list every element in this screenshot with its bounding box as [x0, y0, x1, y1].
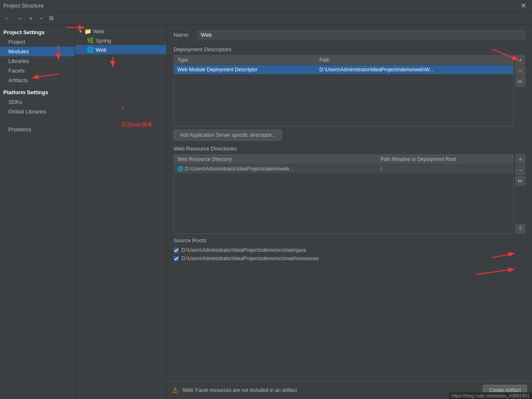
- name-label: Name:: [174, 32, 194, 38]
- spring-icon: 🌿: [87, 37, 94, 44]
- source-root-row-2: D:\Users\Administrator\IdeaProjects\demo…: [174, 254, 525, 263]
- tree-arrow-icon: ▼: [78, 29, 83, 34]
- sidebar-item-libraries[interactable]: Libraries: [0, 56, 75, 66]
- deployment-descriptors-table-container: Type Path Web Module Deployment Descript…: [174, 55, 514, 126]
- deployment-descriptors-section: Type Path Web Module Deployment Descript…: [174, 55, 525, 126]
- warning-icon: ⚠: [172, 386, 179, 395]
- platform-settings-label: Platform Settings: [0, 85, 75, 97]
- web-resource-dir-header: Web Resource Directory: [174, 155, 377, 164]
- descriptor-table-actions: + − ✏: [514, 55, 525, 126]
- title-bar: Project Structure ✕: [0, 0, 532, 12]
- sidebar-item-modules[interactable]: Modules: [0, 47, 75, 56]
- web-resource-dir: 🌐 D:\Users\Administrator\IdeaProjects\de…: [174, 164, 377, 174]
- source-roots-title: Source Roots: [174, 237, 525, 243]
- annotation-number: 3: [121, 104, 124, 110]
- source-root-path-2: D:\Users\Administrator\IdeaProjects\demo…: [182, 256, 319, 261]
- sidebar: Project Settings Project Modules Librari…: [0, 25, 75, 399]
- add-app-server-descriptor-button[interactable]: Add Application Server specific descript…: [174, 130, 282, 141]
- web-resource-dirs-title: Web Resource Directories: [174, 146, 525, 152]
- edit-web-resource-btn[interactable]: ✏: [515, 176, 525, 186]
- sidebar-item-project[interactable]: Project: [0, 37, 75, 47]
- tree-item-web-root[interactable]: ▼ 📁 Web: [75, 27, 166, 36]
- descriptor-type: Web Module Deployment Descriptor: [174, 65, 316, 75]
- remove-descriptor-btn[interactable]: −: [515, 66, 525, 76]
- close-button[interactable]: ✕: [518, 2, 529, 10]
- descriptor-path: D:\Users\Administrator\IdeaProjects\demo…: [316, 65, 513, 75]
- edit-descriptor-btn[interactable]: ✏: [515, 77, 525, 87]
- sidebar-item-facets[interactable]: Facets: [0, 66, 75, 75]
- web-icon: 🌐: [87, 46, 94, 53]
- module-tree: ▼ 📁 Web 🌿 Spring 🌐 Web 3 添加web服务: [75, 25, 167, 399]
- web-resource-deployment-path: /: [377, 164, 513, 174]
- table-row[interactable]: 🌐 D:\Users\Administrator\IdeaProjects\de…: [174, 164, 513, 174]
- sidebar-item-problems[interactable]: Problems: [0, 125, 75, 134]
- warning-text: 'Web' Facet resources are not included i…: [182, 387, 479, 393]
- web-resource-table: Web Resource Directory Path Relative to …: [174, 155, 513, 173]
- annotation-add-web-service: 添加web服务: [121, 121, 153, 128]
- path-column-header: Path: [316, 55, 513, 65]
- tree-item-spring[interactable]: 🌿 Spring: [75, 36, 166, 45]
- web-resource-dirs-section: Web Resource Directory Path Relative to …: [174, 154, 525, 234]
- add-button[interactable]: +: [27, 14, 35, 23]
- name-input[interactable]: [198, 30, 525, 40]
- copy-button[interactable]: ⧉: [47, 14, 56, 23]
- add-descriptor-btn[interactable]: +: [515, 55, 525, 65]
- source-root-checkbox-1[interactable]: [174, 248, 179, 253]
- source-root-row-1: D:\Users\Administrator\IdeaProjects\demo…: [174, 246, 525, 254]
- folder-icon: 📁: [84, 28, 91, 35]
- forward-button[interactable]: →: [14, 14, 25, 23]
- back-button[interactable]: ←: [2, 14, 13, 23]
- web-dir-icon: 🌐: [177, 166, 185, 172]
- type-column-header: Type: [174, 55, 316, 65]
- sidebar-item-artifacts[interactable]: Artifacts: [0, 75, 75, 85]
- title-bar-text: Project Structure: [3, 3, 518, 9]
- web-resource-table-actions: + − ✏ ?: [514, 154, 525, 234]
- main-layout: Project Settings Project Modules Librari…: [0, 25, 532, 399]
- help-web-resource-btn[interactable]: ?: [515, 224, 525, 234]
- table-row[interactable]: Web Module Deployment Descriptor D:\User…: [174, 65, 513, 75]
- source-root-path-1: D:\Users\Administrator\IdeaProjects\demo…: [182, 247, 306, 253]
- sidebar-item-global-libraries[interactable]: Global Libraries: [0, 107, 75, 116]
- content-area: Name: Deployment Descriptors Type Path W…: [167, 25, 532, 399]
- url-bar: https://blog.csdn.net/weixin_43891901: [449, 392, 532, 399]
- web-resource-path-header: Path Relative to Deployment Root: [377, 155, 513, 164]
- name-row: Name:: [174, 30, 525, 40]
- deployment-descriptors-table: Type Path Web Module Deployment Descript…: [174, 55, 513, 74]
- source-root-checkbox-2[interactable]: [174, 256, 179, 261]
- remove-web-resource-btn[interactable]: −: [515, 165, 525, 175]
- project-settings-label: Project Settings: [0, 27, 75, 37]
- tree-item-web-child[interactable]: 🌐 Web: [75, 45, 166, 54]
- add-web-resource-btn[interactable]: +: [515, 154, 525, 164]
- web-resource-table-container: Web Resource Directory Path Relative to …: [174, 154, 514, 234]
- remove-button[interactable]: −: [37, 14, 45, 23]
- toolbar: ← → + − ⧉: [0, 12, 532, 25]
- deployment-descriptors-title: Deployment Descriptors: [174, 46, 525, 53]
- sidebar-item-sdks[interactable]: SDKs: [0, 97, 75, 107]
